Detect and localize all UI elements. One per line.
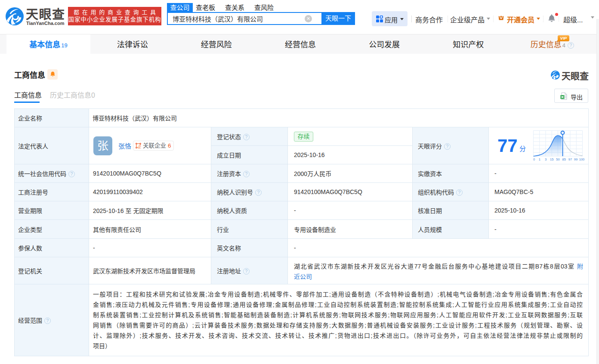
svg-text:99: 99	[574, 157, 577, 161]
svg-text:50: 50	[556, 157, 559, 161]
svg-text:15: 15	[550, 157, 553, 161]
svg-text:85: 85	[562, 157, 566, 161]
svg-text:0: 0	[533, 157, 535, 161]
svg-text:1: 1	[539, 157, 540, 161]
svg-text:3: 3	[545, 157, 547, 161]
svg-text:100: 100	[579, 157, 585, 161]
svg-text:97: 97	[568, 157, 572, 161]
svg-text:企: 企	[138, 145, 141, 148]
